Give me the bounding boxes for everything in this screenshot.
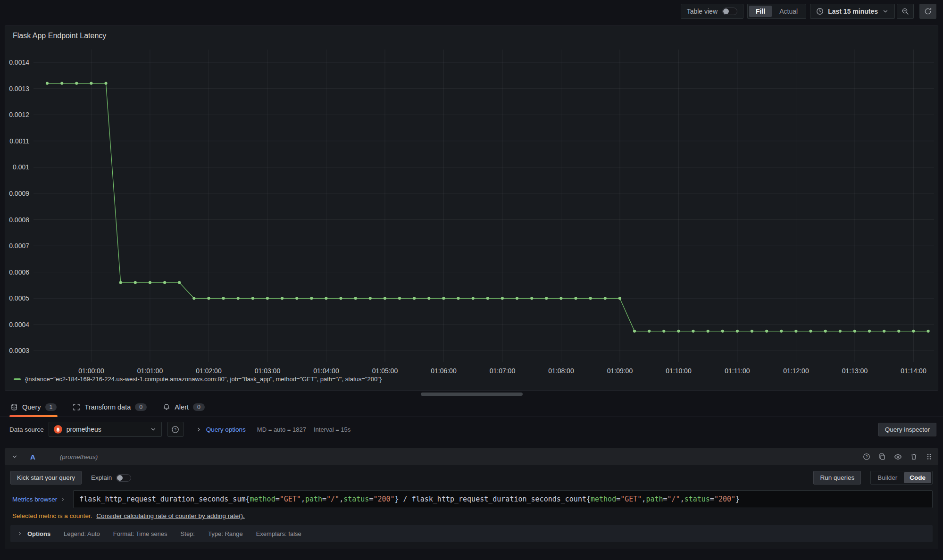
prometheus-logo [54, 425, 62, 434]
svg-text:0.0011: 0.0011 [9, 137, 29, 145]
svg-text:01:12:00: 01:12:00 [783, 367, 809, 374]
explain-toggle[interactable] [116, 474, 131, 482]
chevron-down-icon [150, 426, 157, 433]
zoom-out-button[interactable] [897, 4, 914, 19]
duplicate-query-button[interactable] [878, 453, 886, 460]
editor-resize-handle[interactable] [421, 393, 523, 396]
code-option[interactable]: Code [904, 472, 931, 483]
time-range-picker[interactable]: Last 15 minutes [810, 4, 895, 19]
options-label: Options [27, 530, 50, 537]
tab-alert[interactable]: Alert 0 [162, 397, 206, 417]
tab-query[interactable]: Query 1 [9, 397, 58, 417]
promql-token: = [616, 495, 620, 503]
svg-text:0.0013: 0.0013 [9, 85, 29, 92]
run-queries-button[interactable]: Run queries [813, 471, 861, 485]
legend-item[interactable]: {instance="ec2-184-169-216-224.us-west-1… [5, 376, 938, 383]
query-options-label: Query options [206, 426, 246, 433]
drag-handle-icon [926, 453, 933, 460]
time-range-label: Last 15 minutes [828, 8, 878, 15]
builder-code-segmented: Builder Code [870, 471, 933, 485]
tab-transform-data[interactable]: Transform data 0 [72, 397, 148, 417]
svg-text:01:00:00: 01:00:00 [78, 367, 104, 374]
svg-text:0.0009: 0.0009 [9, 190, 29, 197]
refresh-button[interactable] [919, 4, 936, 19]
query-expression-row: Metrics browser flask_http_request_durat… [10, 490, 933, 508]
tab-query-label: Query [22, 403, 41, 411]
promql-token: = [275, 495, 280, 503]
panel-title: Flask App Endpoint Latency [5, 26, 938, 41]
help-icon: ? [863, 453, 870, 460]
query-ref-header[interactable]: A (prometheus) ? [5, 448, 938, 465]
actual-option[interactable]: Actual [773, 6, 804, 17]
panel-editor-toolbar: Table view Fill Actual Last 15 minutes [0, 0, 943, 23]
fill-option[interactable]: Fill [749, 6, 772, 17]
promql-token: = [710, 495, 714, 503]
options-expander[interactable]: Options [17, 530, 50, 537]
promql-token: "GET" [280, 495, 301, 503]
datasource-value: prometheus [67, 426, 146, 433]
copy-icon [878, 453, 886, 460]
warning-text: Selected metric is a counter. [12, 512, 92, 519]
builder-option[interactable]: Builder [872, 472, 903, 483]
collapse-chevron-icon[interactable] [11, 453, 18, 460]
max-data-points-text: MD = auto = 1827 [257, 426, 306, 433]
chevron-down-icon [882, 8, 889, 15]
datasource-help-button[interactable]: ? [167, 422, 184, 437]
clock-icon [816, 8, 824, 15]
option-format: Format: Time series [113, 530, 167, 537]
drag-query-handle[interactable] [926, 453, 933, 460]
promql-token: "200" [373, 495, 394, 503]
svg-text:0.0008: 0.0008 [9, 216, 29, 224]
warning-hint-link[interactable]: Consider calculating rate of counter by … [96, 512, 244, 519]
option-legend: Legend: Auto [64, 530, 100, 537]
svg-text:?: ? [174, 427, 176, 432]
chevron-right-icon [17, 531, 23, 536]
bell-icon [163, 403, 170, 411]
tab-transform-badge: 0 [135, 403, 147, 411]
promql-token: "200" [714, 495, 735, 503]
datasource-label: Data source [9, 426, 44, 433]
query-datasource-hint: (prometheus) [60, 453, 98, 460]
svg-text:0.0012: 0.0012 [9, 111, 29, 118]
metrics-browser-label: Metrics browser [12, 496, 57, 503]
table-view-group: Table view [681, 4, 743, 19]
svg-text:01:07:00: 01:07:00 [490, 367, 516, 374]
svg-text:01:08:00: 01:08:00 [548, 367, 574, 374]
option-exemplars: Exemplars: false [256, 530, 301, 537]
promql-token: "GET" [620, 495, 642, 503]
metrics-browser-button[interactable]: Metrics browser [10, 496, 69, 503]
promql-token: path [305, 495, 322, 503]
database-icon [10, 403, 18, 411]
query-inspector-button[interactable]: Query inspector [878, 423, 936, 436]
delete-query-button[interactable] [910, 453, 918, 460]
fill-actual-segmented: Fill Actual [747, 4, 806, 19]
datasource-picker[interactable]: prometheus [49, 422, 162, 437]
query-editor-body: Kick start your query Explain Run querie… [5, 465, 938, 549]
series-points [46, 82, 930, 333]
timeseries-panel: Flask App Endpoint Latency 0.00030.00040… [5, 25, 938, 391]
kick-start-query-button[interactable]: Kick start your query [10, 471, 82, 485]
svg-text:01:01:00: 01:01:00 [137, 367, 163, 374]
query-help-button[interactable]: ? [863, 453, 870, 460]
svg-text:0.0014: 0.0014 [9, 59, 29, 66]
query-actions: ? [863, 453, 933, 461]
svg-text:01:04:00: 01:04:00 [313, 367, 339, 374]
toggle-visibility-button[interactable] [894, 453, 902, 461]
promql-token: = [322, 495, 326, 503]
table-view-toggle[interactable] [722, 8, 737, 15]
latency-chart[interactable]: 0.00030.00040.00050.00060.00070.00080.00… [5, 41, 938, 374]
datasource-row: Data source prometheus ? Query options M… [0, 417, 943, 442]
eye-icon [894, 453, 902, 461]
tab-alert-badge: 0 [193, 403, 205, 411]
query-editor-toolbar: Kick start your query Explain Run querie… [10, 471, 933, 485]
svg-text:01:06:00: 01:06:00 [431, 367, 457, 374]
option-type: Type: Range [208, 530, 243, 537]
explain-label: Explain [91, 474, 112, 481]
query-options-summary: Options Legend: Auto Format: Time series… [10, 525, 933, 542]
promql-token: , [301, 495, 305, 503]
query-options-toggle[interactable]: Query options [196, 426, 246, 433]
svg-text:01:11:00: 01:11:00 [725, 367, 750, 374]
chevron-right-icon [60, 497, 66, 502]
promql-expression-input[interactable]: flask_http_request_duration_seconds_sum{… [73, 490, 933, 508]
svg-text:0.001: 0.001 [13, 163, 29, 171]
